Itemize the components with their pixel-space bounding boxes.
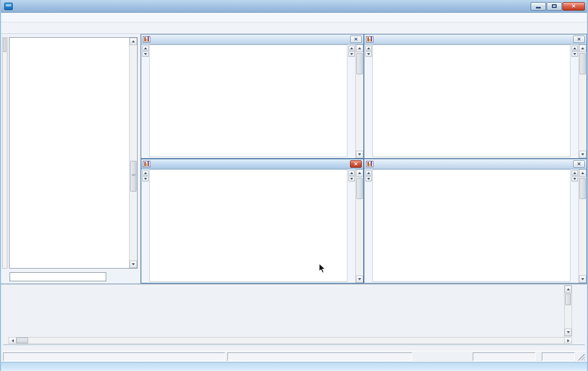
app-icon (4, 3, 13, 10)
spin-down-icon[interactable] (365, 51, 372, 57)
mdi-area: ✕ (141, 34, 587, 283)
device-input[interactable] (10, 272, 106, 281)
table-hscroll-thumb[interactable] (16, 338, 28, 343)
child-close-icon[interactable]: ✕ (350, 160, 362, 168)
spin-up-icon[interactable] (348, 170, 355, 176)
bottom-tab-row (3, 344, 585, 352)
table-scroll-right-icon[interactable] (564, 338, 572, 343)
left-spin-controls (141, 45, 149, 158)
scroll-down-icon[interactable] (356, 151, 363, 158)
table-scroll-down-icon[interactable] (565, 329, 572, 336)
chart-window-icon (143, 36, 150, 42)
table-scroll-up-icon[interactable] (565, 286, 572, 293)
spin-up-icon[interactable] (348, 46, 355, 51)
child-title-bar[interactable]: ✕ (364, 159, 586, 169)
scroll-up-icon[interactable] (356, 45, 363, 52)
chart-window-icon (366, 36, 373, 42)
spin-up-icon[interactable] (142, 170, 149, 176)
chart-window-icon (366, 161, 373, 167)
menu-bar (1, 13, 587, 22)
chart-window-id-vd[interactable]: ✕ (364, 159, 587, 283)
status-x-field (3, 352, 225, 361)
window-bottom-frame (1, 362, 587, 370)
status-bar (1, 351, 587, 362)
table-horizontal-scrollbar[interactable] (8, 337, 572, 344)
chart-scrollbar[interactable] (578, 169, 586, 283)
spin-down-icon[interactable] (348, 51, 355, 57)
window-controls: ✕ (531, 2, 585, 11)
close-button[interactable]: ✕ (563, 2, 585, 11)
chart-scrollbar[interactable] (578, 45, 586, 158)
spin-up-icon[interactable] (365, 170, 372, 176)
chart-window-delta-id[interactable]: ✕ (141, 34, 364, 159)
left-spin-controls (364, 169, 372, 283)
maximize-button[interactable] (547, 2, 562, 11)
sid-spectrum-chart[interactable] (149, 169, 347, 282)
chart-window-icon (143, 161, 150, 167)
main-area: ✕ (1, 34, 587, 283)
status-y-field (227, 352, 412, 361)
scroll-thumb[interactable] (580, 178, 586, 199)
left-spin-controls (141, 169, 149, 283)
scroll-up-icon[interactable] (356, 169, 363, 177)
table-scroll-left-icon[interactable] (9, 338, 16, 343)
title-bar: ✕ (1, 0, 587, 13)
right-spin-controls (570, 169, 578, 283)
child-close-icon[interactable]: ✕ (350, 36, 362, 43)
scroll-up-icon[interactable] (579, 45, 586, 52)
minimize-button[interactable] (531, 2, 546, 11)
toolbar (1, 22, 587, 34)
child-title-bar[interactable]: ✕ (141, 159, 363, 169)
chart-scrollbar[interactable] (355, 169, 363, 283)
child-title-bar[interactable]: ✕ (364, 34, 586, 45)
spin-up-icon[interactable] (572, 46, 578, 51)
tree-scrollbar[interactable] (129, 38, 137, 268)
table-scroll-thumb[interactable] (565, 294, 571, 305)
spin-down-icon[interactable] (365, 176, 372, 182)
noise-model-value (473, 352, 535, 361)
id-vd-chart[interactable] (372, 169, 570, 282)
table-vertical-scrollbar[interactable] (564, 285, 572, 337)
scroll-thumb[interactable] (356, 53, 363, 74)
chart-window-sid-vgs[interactable]: ✕ (364, 34, 587, 159)
child-title-bar[interactable]: ✕ (141, 34, 363, 45)
spin-down-icon[interactable] (142, 176, 149, 182)
device-tree-panel (1, 34, 141, 283)
scroll-thumb[interactable] (580, 53, 586, 74)
child-close-icon[interactable]: ✕ (573, 36, 585, 43)
chart-window-sid-spectrum[interactable]: ✕ (141, 159, 364, 283)
device-tree[interactable] (9, 37, 138, 269)
delta-id-chart[interactable] (149, 45, 347, 157)
device-table-panel (1, 283, 587, 351)
spin-down-icon[interactable] (572, 176, 578, 182)
tree-scroll-thumb[interactable] (130, 161, 137, 192)
iv-model-value (542, 352, 575, 361)
tree-scroll-up-icon[interactable] (130, 38, 137, 45)
sid-vgs-chart[interactable] (372, 45, 570, 157)
scroll-down-icon[interactable] (579, 151, 586, 158)
chart-scrollbar[interactable] (355, 45, 363, 158)
scroll-down-icon[interactable] (579, 275, 586, 283)
spin-up-icon[interactable] (142, 46, 149, 51)
spin-up-icon[interactable] (365, 46, 372, 51)
right-spin-controls (347, 169, 355, 283)
right-spin-controls (347, 45, 355, 158)
left-spin-controls (364, 45, 372, 158)
spin-down-icon[interactable] (348, 176, 355, 182)
child-close-icon[interactable]: ✕ (573, 160, 585, 168)
scroll-down-icon[interactable] (356, 275, 363, 283)
resize-grip[interactable] (578, 353, 585, 360)
scroll-up-icon[interactable] (579, 169, 586, 177)
spin-up-icon[interactable] (572, 170, 578, 176)
application-window: ✕ (0, 0, 588, 371)
tree-scroll-down-icon[interactable] (130, 261, 137, 268)
scroll-thumb[interactable] (356, 178, 363, 199)
device-table[interactable] (1, 285, 587, 337)
panel-splitter-strip[interactable] (2, 37, 7, 269)
right-spin-controls (570, 45, 578, 158)
spin-down-icon[interactable] (142, 51, 149, 57)
spin-down-icon[interactable] (572, 51, 578, 57)
